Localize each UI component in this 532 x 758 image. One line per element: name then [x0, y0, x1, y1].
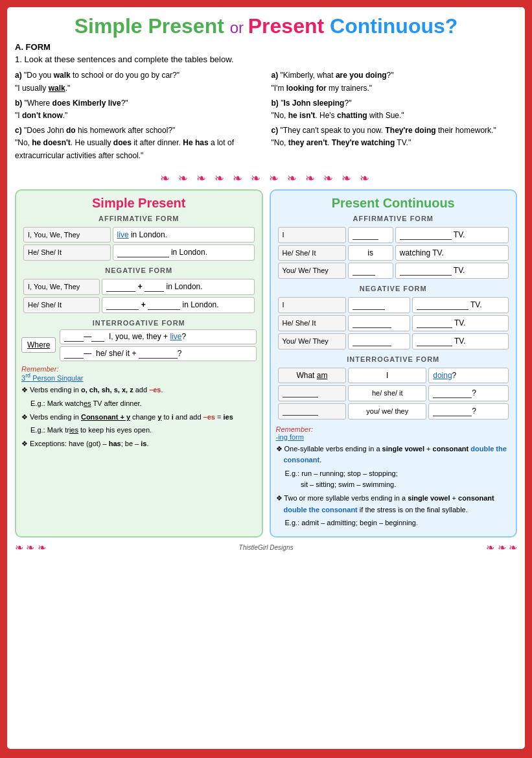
subject-cell: I, You, We, They: [23, 227, 111, 243]
fill-blank[interactable]: [64, 349, 84, 359]
fill-blank[interactable]: [148, 300, 180, 310]
cont-affirmative-table: I TV. He/ She/ It is watching TV. You/ W…: [276, 225, 511, 281]
fill-blank[interactable]: [283, 407, 318, 416]
interrogative-section: Where — I, you, we, they + live? — he/ s…: [21, 329, 257, 361]
simple-negative-table: I, You, We, They + in London. He/ She/ I…: [21, 277, 257, 315]
blank-cell: + in London.: [102, 279, 254, 295]
rule-2: ❖ Verbs ending in Consonant + y change y…: [21, 412, 257, 423]
fill-blank[interactable]: [417, 318, 452, 328]
table-row: he/ she/ it ?: [278, 385, 509, 401]
swirl-bottom: ❧ ❧ ❧: [15, 541, 46, 554]
fill-blank[interactable]: [106, 300, 139, 310]
subject-cell: He/ She/ It: [278, 315, 346, 331]
title-simple: Simple Present: [75, 14, 224, 38]
cont-negative-table: I TV. He/ She/ It TV. You/ We/ They TV.: [276, 295, 511, 351]
cont-rule-1-example: E.g.: run – running; stop – stopping; si…: [276, 468, 511, 491]
fill-blank[interactable]: [64, 332, 84, 342]
subject-cell: You/ We/ They: [278, 333, 346, 349]
cont-rule-2: ❖ Two or more syllable verbs ending in a…: [276, 493, 511, 515]
fill-blank[interactable]: [433, 388, 472, 398]
fill-blank[interactable]: [433, 407, 472, 416]
fill-blank[interactable]: [353, 318, 391, 328]
remember-text: 3rd Person Singular: [21, 374, 83, 382]
simple-present-title: Simple Present: [21, 196, 257, 211]
title-question: ?: [445, 14, 458, 38]
rule-3: ❖ Exceptions: have (got) – has; be – is.: [21, 438, 257, 450]
fill-blank[interactable]: [353, 230, 378, 240]
subject-cell: he/ she/ it: [348, 385, 426, 401]
subject-cell: I, You, We, They: [23, 279, 100, 295]
sentence-right-c: c) "They can't speak to you now. They're…: [272, 124, 518, 149]
wh-cell: What am: [278, 368, 347, 383]
table-row: You/ We/ They TV.: [278, 333, 509, 349]
blank-cell: in London.: [113, 244, 255, 261]
table-row: He/ She/ It + in London.: [23, 297, 255, 313]
blank-cell: [348, 333, 410, 349]
simple-affirmative-table: I, You, We, They live in London. He/ She…: [21, 225, 257, 263]
interrog-row2: — he/ she/ it + ?: [60, 346, 256, 361]
table-row: you/ we/ they ?: [278, 403, 509, 420]
table-row: I, You, We, They + in London.: [23, 279, 255, 295]
fill-blank[interactable]: [139, 349, 178, 359]
table-row: I, You, We, They live in London.: [23, 227, 255, 243]
where-box: Where: [21, 337, 56, 353]
aux-cell: is: [348, 245, 393, 261]
subject-cell: you/ we/ they: [348, 403, 426, 420]
verb-cell: doing?: [428, 368, 509, 383]
blank-wh-cell: [278, 403, 347, 420]
sentences-right: a) "Kimberly, what are you doing?""I'm l…: [272, 69, 518, 164]
title-present: Present: [248, 14, 324, 38]
instruction: 1. Look at these sentences and complete …: [15, 54, 517, 64]
remember-section: Remember: 3rd Person Singular: [21, 365, 257, 383]
fill-blank[interactable]: [417, 337, 452, 346]
fill-blank[interactable]: [117, 248, 169, 257]
interrogative-rows: — I, you, we, they + live? — he/ she/ it…: [60, 329, 256, 361]
fill-blank[interactable]: [283, 389, 318, 397]
present-continuous-col: Present Continuous AFFIRMATIVE FORM I TV…: [270, 189, 518, 538]
cont-remember-text: -ing form: [276, 433, 304, 441]
fill-blank[interactable]: [353, 300, 385, 310]
cont-remember-section: Remember: -ing form: [276, 425, 511, 441]
simple-affirmative-label: AFFIRMATIVE FORM: [21, 215, 257, 222]
table-row: What am I doing?: [278, 368, 509, 383]
cont-remember-label: Remember:: [276, 425, 313, 433]
rule-1: ❖ Verbs ending in o, ch, sh, s, x, z add…: [21, 385, 257, 396]
interrog-row1: — I, you, we, they + live?: [60, 329, 256, 344]
sentence-left-b: b) "Where does Kimberly live?""I don't k…: [15, 97, 261, 122]
blank-cell: [348, 297, 410, 313]
fill-blank[interactable]: [400, 230, 452, 240]
blank-aux-cell: [348, 263, 393, 279]
table-row: You/ We/ They TV.: [278, 263, 509, 279]
main-columns: Simple Present AFFIRMATIVE FORM I, You, …: [15, 189, 517, 538]
fill-blank[interactable]: [353, 337, 391, 346]
fill-blank[interactable]: [417, 300, 468, 310]
blank-cell: [348, 227, 393, 243]
cont-affirmative-label: AFFIRMATIVE FORM: [276, 215, 511, 222]
table-row: I TV.: [278, 297, 509, 313]
rule-1-example: E.g.: Mark watches TV after dinner.: [21, 398, 257, 410]
cont-interrogative-label: INTERROGATIVE FORM: [276, 355, 511, 363]
blank-verb-cell: TV.: [395, 227, 509, 243]
swirl-divider: ❧ ❧ ❧ ❧ ❧ ❧ ❧ ❧ ❧ ❧ ❧ ❧: [15, 171, 517, 185]
subject-cell: He/ She/ It: [23, 244, 111, 261]
fill-blank[interactable]: [145, 282, 164, 292]
fill-blank[interactable]: [91, 332, 104, 342]
subject-cell: I: [278, 227, 346, 243]
blank-verb-cell: ?: [428, 403, 509, 420]
logo-area: ❧ ❧ ❧ ThistleGirl Designs ❧ ❧ ❧: [15, 541, 517, 554]
simple-present-col: Simple Present AFFIRMATIVE FORM I, You, …: [15, 189, 263, 538]
blank-cell: [348, 315, 410, 331]
verb-cell: watching TV.: [395, 245, 509, 261]
blank-verb-cell: ?: [428, 385, 509, 401]
sentence-left-c: c) "Does John do his homework after scho…: [15, 124, 261, 162]
sentence-left-a: a) "Do you walk to school or do you go b…: [15, 69, 261, 94]
subject-cell: He/ She/ It: [23, 297, 100, 313]
blank-verb-cell: TV.: [412, 333, 509, 349]
verb-cell: live in London.: [113, 227, 255, 243]
fill-blank[interactable]: [400, 266, 452, 276]
fill-blank[interactable]: [353, 266, 375, 276]
simple-negative-label: NEGATIVE FORM: [21, 266, 257, 274]
present-continuous-title: Present Continuous: [276, 196, 511, 211]
subject-cell: I: [348, 368, 426, 383]
fill-blank[interactable]: [106, 282, 135, 292]
